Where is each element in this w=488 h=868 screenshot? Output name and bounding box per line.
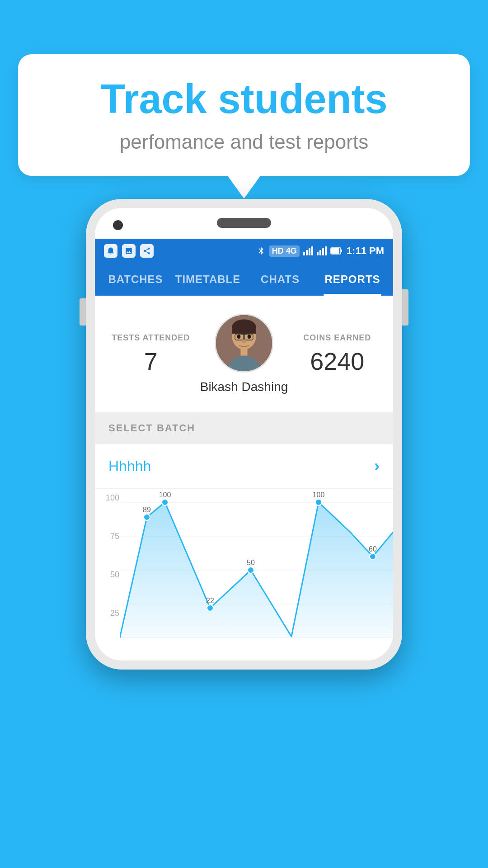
svg-text:89: 89 [143, 506, 151, 514]
chart-area: 100 75 50 25 [95, 489, 393, 660]
notification-icon [104, 244, 117, 258]
status-bar: HD 4G [95, 239, 393, 263]
y-label-25: 25 [101, 609, 119, 618]
svg-text:50: 50 [247, 559, 255, 566]
tests-attended-value: 7 [108, 347, 193, 375]
svg-point-30 [370, 553, 376, 560]
svg-point-22 [162, 499, 168, 505]
svg-point-12 [242, 340, 246, 343]
bubble-title: Track students [45, 77, 443, 122]
tab-batches[interactable]: BATCHES [99, 263, 172, 296]
svg-point-24 [207, 605, 213, 611]
tests-attended-label: TESTS ATTENDED [108, 333, 193, 343]
profile-section: TESTS ATTENDED 7 [95, 296, 393, 412]
tab-reports[interactable]: REPORTS [316, 263, 389, 296]
svg-text:60: 60 [369, 545, 377, 553]
signal-icon-2 [317, 246, 327, 255]
svg-point-8 [248, 335, 251, 339]
signal-icon [303, 246, 313, 255]
coins-earned-block: COINS EARNED 6240 [295, 333, 380, 375]
profile-center: Bikash Dashing [193, 314, 295, 394]
profile-name: Bikash Dashing [193, 380, 295, 394]
svg-text:100: 100 [159, 491, 171, 499]
phone-screen: HD 4G [95, 208, 393, 660]
gallery-icon [122, 244, 136, 258]
phone-mockup: HD 4G [86, 199, 402, 670]
bubble-subtitle: perfomance and test reports [45, 131, 443, 153]
svg-rect-2 [331, 248, 339, 254]
status-right: HD 4G [257, 245, 384, 257]
batch-name: Hhhhh [108, 458, 151, 475]
y-label-100: 100 [101, 493, 119, 503]
time-display: 1:11 PM [347, 245, 384, 257]
svg-point-28 [315, 499, 322, 505]
phone-frame: HD 4G [86, 199, 402, 670]
chevron-right-icon: › [374, 457, 380, 476]
svg-rect-6 [232, 327, 256, 334]
tab-chats[interactable]: CHATS [244, 263, 316, 296]
speech-bubble-card: Track students perfomance and test repor… [18, 54, 470, 176]
svg-point-20 [144, 514, 150, 520]
svg-rect-1 [341, 250, 342, 252]
y-label-50: 50 [101, 570, 119, 580]
batch-row[interactable]: Hhhhh › [95, 444, 393, 489]
speaker [217, 218, 271, 228]
coins-earned-value: 6240 [295, 347, 380, 375]
share-icon [140, 244, 154, 258]
navigation-tabs: BATCHES TIMETABLE CHATS REPORTS [95, 263, 393, 296]
avatar [215, 314, 273, 373]
select-batch-label: SELECT BATCH [108, 422, 195, 434]
front-camera [113, 220, 123, 230]
tests-attended-block: TESTS ATTENDED 7 [108, 333, 193, 375]
svg-text:100: 100 [313, 491, 325, 499]
coins-earned-label: COINS EARNED [295, 333, 380, 343]
svg-rect-13 [240, 349, 247, 355]
svg-point-7 [237, 335, 241, 339]
phone-top-bar [95, 208, 393, 235]
svg-text:22: 22 [206, 597, 214, 604]
network-badge: HD 4G [269, 245, 300, 257]
tab-timetable[interactable]: TIMETABLE [172, 263, 244, 296]
status-left-icons [104, 244, 154, 258]
chart-svg: 89 100 22 50 100 60 [120, 489, 393, 651]
select-batch-header: SELECT BATCH [95, 412, 393, 444]
svg-point-26 [248, 567, 254, 573]
y-label-75: 75 [101, 532, 119, 541]
